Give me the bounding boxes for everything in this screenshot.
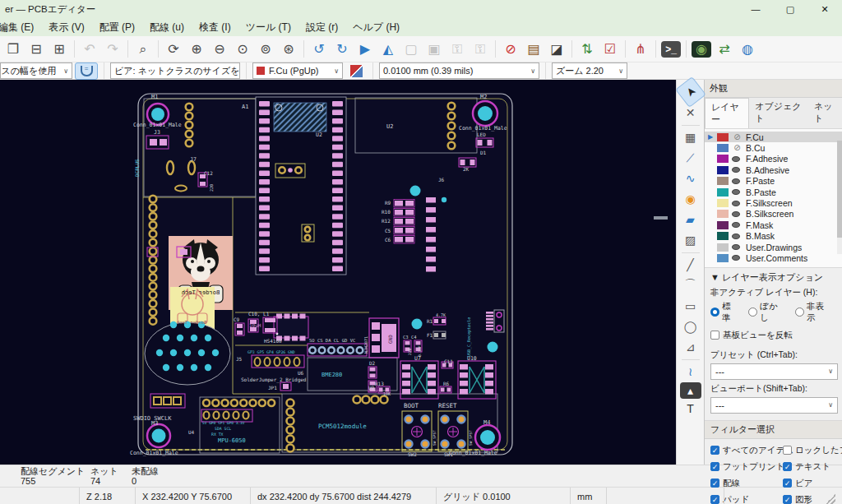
- tab-ネット[interactable]: ネット: [808, 98, 842, 128]
- layer-visibility-icon[interactable]: [732, 178, 743, 184]
- checkbox-icon[interactable]: ✓: [783, 479, 792, 488]
- module-a1[interactable]: [256, 97, 346, 275]
- tab-レイヤー[interactable]: レイヤー: [705, 98, 749, 128]
- plot-icon[interactable]: ⊞: [49, 39, 70, 59]
- track-width-combo[interactable]: 配線: ネットクラスの幅を使用 ∨: [0, 62, 72, 79]
- radio-ぼかし[interactable]: ぼかし: [748, 301, 784, 324]
- draw-rectangle-tool[interactable]: ▭: [680, 296, 701, 316]
- router-icon[interactable]: ⋔: [630, 39, 651, 59]
- filter-item-2[interactable]: ✓フットプリント: [710, 461, 781, 473]
- find-icon[interactable]: ⌕: [132, 39, 154, 59]
- menu-item-1[interactable]: 表示 (V): [41, 19, 91, 36]
- footprint-viewer-icon[interactable]: ◪: [546, 39, 567, 59]
- layer-row-B.Silkscreen[interactable]: ▶B.Silkscreen: [705, 209, 842, 220]
- print-icon[interactable]: ⊟: [25, 39, 47, 59]
- draw-line-tool[interactable]: ╱: [680, 255, 701, 275]
- scrollbar-thumb[interactable]: [837, 141, 842, 238]
- draw-arc-tool[interactable]: ⌒: [680, 275, 701, 295]
- layer-visibility-icon[interactable]: [732, 255, 743, 261]
- layer-row-F.Paste[interactable]: ▶F.Paste: [705, 176, 842, 187]
- layer-select-combo[interactable]: F.Cu (PgUp) ∨: [252, 62, 343, 79]
- radio-非表示[interactable]: 非表示: [795, 301, 830, 324]
- library-browser-icon[interactable]: ▤: [523, 39, 544, 59]
- viewports-dropdown[interactable]: --- ∨: [710, 397, 838, 414]
- add-image-tool[interactable]: ▴: [680, 382, 701, 399]
- layer-color-swatch[interactable]: [717, 254, 729, 262]
- layer-display-options-header[interactable]: ▼ レイヤー表示オプション: [710, 271, 838, 284]
- zoom-select-combo[interactable]: ズーム 2.20 ∨: [552, 62, 627, 79]
- zoom-selection-icon[interactable]: ⊛: [278, 39, 299, 59]
- net-inspector-icon[interactable]: ⊘: [500, 39, 521, 59]
- layer-pair-button[interactable]: [345, 62, 367, 79]
- flip-board-checkbox[interactable]: [710, 331, 719, 340]
- auto-track-width-toggle[interactable]: =: [75, 62, 98, 80]
- layer-visibility-icon[interactable]: [732, 234, 743, 239]
- lock-icon[interactable]: ⚿: [446, 39, 468, 59]
- checkbox-icon[interactable]: ✓: [710, 462, 719, 471]
- layer-visibility-icon[interactable]: [732, 167, 743, 173]
- layer-row-B.Adhesive[interactable]: ▶B.Adhesive: [705, 164, 842, 175]
- flip-icon[interactable]: ▶: [354, 39, 376, 59]
- undo-icon[interactable]: ↶: [79, 39, 100, 59]
- layers-scrollbar[interactable]: [837, 141, 842, 254]
- layer-visibility-icon[interactable]: [732, 244, 743, 250]
- close-button[interactable]: ✕: [807, 0, 842, 18]
- layer-row-F.Adhesive[interactable]: ▶F.Adhesive: [705, 154, 842, 164]
- filter-item-1[interactable]: ロックしたアイテム: [783, 445, 842, 456]
- group-icon[interactable]: ▢: [400, 39, 422, 59]
- radio-icon[interactable]: [748, 307, 757, 317]
- zoom-out-icon[interactable]: ⊖: [209, 39, 230, 59]
- layer-visibility-icon[interactable]: [732, 211, 743, 217]
- draw-circle-tool[interactable]: ◯: [680, 317, 701, 336]
- radio-icon[interactable]: [795, 307, 804, 317]
- layer-color-swatch[interactable]: [717, 188, 729, 197]
- mirror-icon[interactable]: ◭: [377, 39, 399, 59]
- menu-item-6[interactable]: 設定 (r): [298, 19, 345, 36]
- menu-item-5[interactable]: ツール (T): [238, 19, 298, 36]
- layer-visibility-icon[interactable]: [732, 201, 743, 206]
- layer-color-swatch[interactable]: [717, 155, 729, 163]
- checkbox-icon[interactable]: ✓: [710, 479, 719, 488]
- new-board-icon[interactable]: ❐: [2, 39, 24, 59]
- add-via-tool[interactable]: ◉: [680, 189, 701, 209]
- checkbox-icon[interactable]: ✓: [783, 462, 792, 471]
- checkbox-icon[interactable]: ✓: [710, 446, 719, 455]
- layer-color-swatch[interactable]: [717, 199, 729, 207]
- via-size-combo[interactable]: ビア: ネットクラスのサイズを使用 ∨: [110, 62, 240, 79]
- resize-grip[interactable]: [824, 494, 835, 504]
- viewer-3d-icon[interactable]: ◉: [692, 41, 711, 58]
- layer-row-F.Cu[interactable]: ▶⊘F.Cu: [705, 132, 842, 142]
- update-pcb-icon[interactable]: ⇅: [576, 39, 598, 59]
- layer-visibility-icon[interactable]: ⊘: [732, 133, 743, 141]
- zoom-objects-icon[interactable]: ⊚: [255, 39, 276, 59]
- flip-board-checkbox-row[interactable]: 基板ビューを反転: [710, 330, 838, 341]
- tab-オブジェクト[interactable]: オブジェクト: [749, 98, 808, 128]
- layer-color-swatch[interactable]: [717, 133, 729, 141]
- console-icon[interactable]: >_: [661, 41, 681, 58]
- layer-visibility-icon[interactable]: [732, 222, 743, 228]
- radio-標準[interactable]: 標準: [710, 301, 738, 324]
- route-track-tool[interactable]: ⟋: [680, 148, 701, 168]
- redo-icon[interactable]: ↷: [102, 39, 123, 59]
- add-rule-area-tool[interactable]: ▨: [680, 230, 701, 250]
- layer-row-B.Paste[interactable]: ▶B.Paste: [705, 187, 842, 197]
- unlock-icon[interactable]: ⚿: [470, 39, 491, 59]
- add-zone-tool[interactable]: ▰: [680, 210, 701, 229]
- layer-row-F.Silkscreen[interactable]: ▶F.Silkscreen: [705, 197, 842, 208]
- layer-row-User.Comments[interactable]: ▶User.Comments: [705, 252, 842, 263]
- layer-color-swatch[interactable]: [717, 177, 729, 185]
- filter-item-3[interactable]: ✓テキスト: [783, 461, 842, 473]
- zoom-fit-icon[interactable]: ⊙: [232, 39, 253, 59]
- update-footprints-icon[interactable]: ⇄: [714, 39, 735, 59]
- radio-icon[interactable]: [710, 307, 719, 317]
- presets-dropdown[interactable]: --- ∨: [710, 363, 838, 380]
- layer-row-User.Drawings[interactable]: ▶User.Drawings: [705, 242, 842, 252]
- pcb-canvas[interactable]: M1Conn_01x01_MaleJ3DCPLUSA1U2U2M2Conn_01…: [0, 80, 676, 465]
- menu-item-0[interactable]: 編集 (E): [0, 19, 41, 36]
- layer-visibility-icon[interactable]: ⊘: [732, 144, 743, 152]
- layer-color-swatch[interactable]: [717, 221, 729, 229]
- refresh-icon[interactable]: ⟳: [163, 39, 184, 59]
- layer-color-swatch[interactable]: [717, 243, 729, 252]
- menu-item-7[interactable]: ヘルプ (H): [345, 19, 407, 36]
- pcb-board[interactable]: M1Conn_01x01_MaleJ3DCPLUSA1U2U2M2Conn_01…: [0, 80, 676, 465]
